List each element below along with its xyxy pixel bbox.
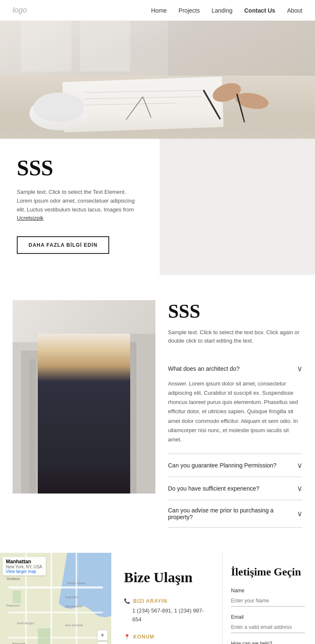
- nav-projects[interactable]: Projects: [178, 7, 200, 14]
- svg-rect-39: [50, 553, 52, 644]
- svg-rect-35: [8, 586, 103, 589]
- svg-point-33: [88, 367, 92, 370]
- contact-info-panel: Bize Ulaşın 📞 BIZI ARAYIN 1 (234) 567-89…: [111, 553, 223, 644]
- svg-rect-19: [21, 351, 55, 494]
- faq-answer-1: Answer. Lorem ipsum dolor sit amet, cons…: [168, 379, 302, 447]
- section-sss: SSS Sample text. Click to select the Tex…: [0, 139, 315, 275]
- svg-point-32: [76, 367, 80, 370]
- svg-rect-21: [29, 359, 36, 494]
- svg-rect-29: [87, 432, 128, 461]
- email-input[interactable]: [231, 622, 305, 633]
- svg-rect-30: [89, 435, 125, 459]
- hero-overlay: [0, 113, 315, 139]
- svg-text:Yonkers: Yonkers: [6, 577, 20, 581]
- faq-question-3[interactable]: Do you have sufficient experience? ∨: [168, 484, 302, 493]
- section-faq: SSS Sample text. Click to select the tex…: [0, 300, 315, 553]
- name-label: Name: [231, 588, 305, 594]
- map-zoom-out[interactable]: −: [97, 641, 108, 644]
- location-icon: 📍: [124, 634, 131, 640]
- sss-right-panel: [160, 139, 315, 275]
- svg-rect-36: [8, 612, 103, 613]
- svg-text:White Plains: White Plains: [67, 581, 86, 585]
- faq-item-1: What does an architect do? ∨ Answer. Lor…: [168, 357, 302, 454]
- faq-subtitle: Sample text. Click to select the text bo…: [168, 328, 302, 345]
- phone-numbers: 1 (234) 567-891, 1 (234) 987-654: [124, 607, 210, 624]
- svg-rect-37: [8, 637, 103, 639]
- ucretsizpik-link[interactable]: Ucretsizpik: [17, 215, 44, 221]
- spacer-1: [0, 275, 315, 300]
- phone-icon: 📞: [124, 598, 131, 604]
- map-city: Manhattan: [6, 559, 42, 565]
- faq-item-3: Do you have sufficient experience? ∨: [168, 477, 302, 500]
- phone-label: 📞 BIZI ARAYIN: [124, 598, 210, 604]
- map-location-label: Manhattan New York, NY, USA View larger …: [3, 557, 46, 575]
- svg-rect-22: [46, 359, 52, 494]
- sss-title: SSS: [17, 156, 143, 180]
- faq-title: SSS: [168, 300, 302, 322]
- form-title: İletişime Geçin: [231, 565, 305, 578]
- faq-chevron-4: ∨: [297, 509, 302, 518]
- map-background: Yonkers Paterson Newark New York White P…: [0, 553, 111, 644]
- faq-question-text-2: Can you guarantee Planning Permission?: [168, 462, 276, 469]
- location-block: 📍 KONUM 121 Rock Caddesi, 21. Cadde, New…: [124, 634, 210, 644]
- phone-block: 📞 BIZI ARAYIN 1 (234) 567-891, 1 (234) 9…: [124, 598, 210, 624]
- faq-content: SSS Sample text. Click to select the tex…: [168, 300, 302, 528]
- architect-image: [13, 300, 155, 494]
- message-label: How can we help?: [231, 641, 305, 644]
- svg-rect-51: [38, 628, 50, 644]
- svg-text:New Rochelle: New Rochelle: [65, 624, 83, 627]
- svg-text:Scarsdale: Scarsdale: [65, 596, 78, 599]
- section-contact: Yonkers Paterson Newark New York White P…: [0, 553, 315, 644]
- nav-links: Home Projects Landing Contact Us About: [151, 7, 302, 14]
- svg-rect-24: [130, 342, 136, 494]
- faq-chevron-3: ∨: [297, 484, 302, 493]
- navbar: logo Home Projects Landing Contact Us Ab…: [0, 0, 315, 21]
- svg-point-26: [68, 350, 100, 385]
- svg-text:Newark: Newark: [13, 642, 26, 644]
- sss-description: Sample text. Click to select the Text El…: [17, 188, 143, 223]
- svg-text:Paterson: Paterson: [6, 604, 20, 607]
- contact-info-title: Bize Ulaşın: [124, 570, 210, 586]
- svg-rect-31: [79, 383, 89, 396]
- faq-question-2[interactable]: Can you guarantee Planning Permission? ∨: [168, 461, 302, 470]
- contact-form-panel: İletişime Geçin Name Email How can we he…: [223, 553, 315, 644]
- learn-more-button[interactable]: DAHA FAZLA BİLGİ EDİN: [17, 236, 109, 254]
- svg-text:Mamaroneck: Mamaroneck: [65, 605, 82, 608]
- faq-item-4: Can you advise me prior to purchasing a …: [168, 500, 302, 528]
- svg-point-25: [62, 341, 106, 390]
- nav-contact[interactable]: Contact Us: [244, 7, 276, 14]
- faq-chevron-2: ∨: [297, 461, 302, 470]
- architect-svg: [13, 300, 155, 494]
- hero-section: [0, 0, 315, 139]
- map-controls: + −: [97, 630, 108, 644]
- faq-question-text-1: What does an architect do?: [168, 365, 239, 372]
- map-view-larger[interactable]: View larger map: [6, 569, 42, 574]
- nav-landing[interactable]: Landing: [212, 7, 233, 14]
- map-state: New York, NY, USA: [6, 565, 42, 569]
- faq-image-panel: [13, 300, 155, 528]
- location-label: 📍 KONUM: [124, 634, 210, 640]
- svg-rect-23: [113, 342, 120, 494]
- faq-question-1[interactable]: What does an architect do? ∨: [168, 364, 302, 373]
- name-input[interactable]: [231, 595, 305, 607]
- faq-chevron-1: ∨: [297, 364, 302, 373]
- faq-question-4[interactable]: Can you advise me prior to purchasing a …: [168, 507, 302, 520]
- nav-home[interactable]: Home: [151, 7, 167, 14]
- map-zoom-in[interactable]: +: [97, 630, 108, 641]
- svg-text:North Bergen: North Bergen: [17, 622, 34, 625]
- faq-question-text-3: Do you have sufficient experience?: [168, 485, 260, 492]
- faq-question-text-4: Can you advise me prior to purchasing a …: [168, 507, 297, 520]
- nav-about[interactable]: About: [287, 7, 302, 14]
- address-text: 121 Rock Caddesi, 21. Cadde, New York, N…: [124, 642, 210, 644]
- email-label: Email: [231, 614, 305, 620]
- contact-map: Yonkers Paterson Newark New York White P…: [0, 553, 111, 644]
- svg-point-27: [63, 346, 105, 371]
- svg-rect-52: [13, 591, 21, 603]
- svg-rect-28: [63, 363, 105, 368]
- sss-left-panel: SSS Sample text. Click to select the Tex…: [0, 139, 160, 275]
- faq-item-2: Can you guarantee Planning Permission? ∨: [168, 454, 302, 477]
- nav-logo: logo: [13, 6, 27, 15]
